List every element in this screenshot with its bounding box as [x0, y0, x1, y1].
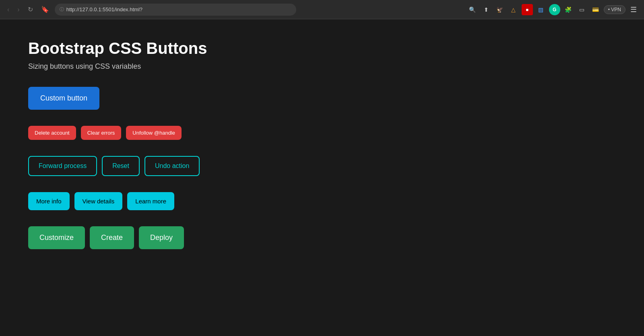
more-info-button[interactable]: More info — [28, 192, 70, 210]
button-group-2: Delete account Clear errors Unfollow @ha… — [28, 126, 616, 140]
delete-account-button[interactable]: Delete account — [28, 126, 76, 140]
button-group-5: Customize Create Deploy — [28, 226, 616, 249]
browser-chrome: ‹ › ↻ 🔖 ⓘ http://127.0.0.1:5501/index.ht… — [0, 0, 644, 19]
custom-button[interactable]: Custom button — [28, 87, 99, 110]
stats-icon[interactable]: ▨ — [535, 4, 547, 15]
url-text: http://127.0.0.1:5501/index.html? — [66, 6, 142, 12]
puzzle-icon[interactable]: 🧩 — [563, 4, 574, 15]
search-icon[interactable]: 🔍 — [467, 4, 478, 15]
clear-errors-button[interactable]: Clear errors — [81, 126, 122, 140]
reload-button[interactable]: ↻ — [25, 4, 35, 15]
vpn-badge[interactable]: • VPN — [604, 5, 625, 14]
toolbar-icons: 🔍 ⬆ 🦅 △ ■ ▨ G 🧩 ▭ 💳 • VPN ☰ — [467, 4, 639, 16]
page-subtitle: Sizing buttons using CSS variables — [28, 62, 616, 71]
vpn-label: • VPN — [608, 7, 621, 12]
unfollow-handle-button[interactable]: Unfollow @handle — [126, 126, 182, 140]
forward-button[interactable]: › — [15, 4, 22, 15]
reset-button[interactable]: Reset — [102, 156, 140, 176]
page-title: Bootstrap CSS Buttons — [28, 39, 616, 57]
view-details-button[interactable]: View details — [74, 192, 123, 210]
customize-button[interactable]: Customize — [28, 226, 85, 249]
button-group-1: Custom button — [28, 87, 616, 110]
learn-more-button[interactable]: Learn more — [127, 192, 174, 210]
record-icon[interactable]: ■ — [522, 4, 533, 15]
menu-icon: ☰ — [630, 6, 637, 14]
menu-button[interactable]: ☰ — [628, 4, 639, 16]
undo-action-button[interactable]: Undo action — [144, 156, 200, 176]
brave-icon[interactable]: 🦅 — [494, 4, 506, 15]
deploy-button[interactable]: Deploy — [139, 226, 184, 249]
bookmark-button[interactable]: 🔖 — [39, 4, 52, 15]
sidebar-icon[interactable]: ▭ — [576, 4, 588, 15]
page-content: Bootstrap CSS Buttons Sizing buttons usi… — [0, 19, 644, 285]
triangle-icon[interactable]: △ — [508, 4, 519, 15]
address-bar[interactable]: ⓘ http://127.0.0.1:5501/index.html? — [55, 4, 296, 16]
g-icon[interactable]: G — [549, 4, 560, 15]
back-button[interactable]: ‹ — [5, 4, 12, 15]
wallet-icon[interactable]: 💳 — [590, 4, 601, 15]
button-group-4: More info View details Learn more — [28, 192, 616, 210]
share-icon[interactable]: ⬆ — [481, 4, 492, 15]
button-group-3: Forward process Reset Undo action — [28, 156, 616, 176]
forward-process-button[interactable]: Forward process — [28, 156, 97, 176]
lock-icon: ⓘ — [60, 6, 64, 12]
create-button[interactable]: Create — [90, 226, 134, 249]
